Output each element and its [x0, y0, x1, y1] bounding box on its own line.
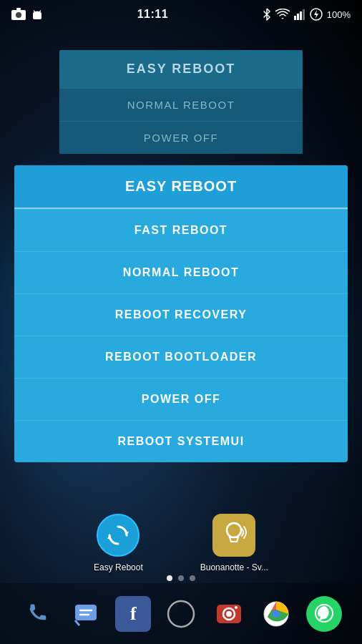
buonanotte-app[interactable]: Buonanotte - Sv... [200, 514, 268, 572]
fast-charge-icon [310, 8, 323, 21]
facebook-icon[interactable]: f [115, 596, 151, 632]
svg-point-25 [235, 606, 238, 609]
main-dialog: EASY REBOOT FAST REBOOT NORMAL REBOOT RE… [14, 165, 348, 462]
svg-line-18 [75, 620, 79, 625]
status-time: 11:11 [137, 8, 168, 21]
wifi-icon [275, 9, 290, 20]
chrome-icon[interactable] [258, 596, 294, 632]
whatsapp-icon[interactable] [306, 596, 342, 632]
dialog-item-reboot-recovery[interactable]: REBOOT RECOVERY [14, 293, 348, 336]
status-left-icons [11, 8, 43, 21]
page-dot-2[interactable] [178, 575, 184, 581]
page-dot-3[interactable] [190, 575, 195, 581]
dialog-item-fast-reboot[interactable]: FAST REBOOT [14, 209, 348, 251]
camera-icon[interactable] [211, 596, 247, 632]
svg-point-1 [16, 12, 21, 18]
home-area: Easy Reboot Buonanotte - Sv... [0, 514, 362, 572]
dialog-item-reboot-bootloader[interactable]: REBOOT BOOTLOADER [14, 336, 348, 378]
svg-point-28 [273, 610, 280, 618]
dialer-icon[interactable] [163, 596, 199, 632]
widget-items: NORMAL REBOOT POWER OFF [59, 88, 303, 154]
bluetooth-icon [263, 8, 271, 21]
svg-rect-14 [213, 514, 255, 556]
svg-rect-7 [294, 16, 296, 20]
dialog-item-reboot-systemui[interactable]: REBOOT SYSTEMUI [14, 420, 348, 462]
page-dots [0, 575, 362, 581]
android-icon [31, 8, 43, 21]
status-bar: 11:11 100% [0, 0, 362, 29]
status-right-icons: 100% [263, 8, 351, 21]
widget-header-label: EASY REBOOT [127, 62, 236, 76]
phone-icon[interactable] [20, 596, 56, 632]
easy-reboot-icon [97, 514, 140, 557]
widget-header[interactable]: EASY REBOOT [59, 50, 303, 88]
svg-marker-13 [107, 535, 112, 539]
dock: f [0, 583, 362, 644]
widget-item-power-off[interactable]: POWER OFF [59, 121, 303, 154]
svg-rect-2 [16, 8, 21, 10]
photo-icon [11, 8, 26, 21]
dialog-item-power-off[interactable]: POWER OFF [14, 378, 348, 420]
buonanotte-icon [212, 514, 255, 557]
battery-percentage: 100% [327, 9, 351, 20]
svg-point-24 [226, 611, 232, 617]
dropdown-widget: EASY REBOOT NORMAL REBOOT POWER OFF [59, 50, 303, 154]
widget-item-normal-reboot[interactable]: NORMAL REBOOT [59, 88, 303, 121]
easy-reboot-label: Easy Reboot [94, 562, 143, 572]
easy-reboot-app[interactable]: Easy Reboot [94, 514, 143, 572]
page-dot-1[interactable] [167, 575, 172, 581]
dialog-item-normal-reboot[interactable]: NORMAL REBOOT [14, 251, 348, 293]
svg-marker-12 [124, 532, 129, 535]
svg-rect-17 [75, 605, 97, 620]
signal-icon [294, 9, 305, 20]
messages-icon[interactable] [68, 596, 104, 632]
svg-rect-9 [300, 11, 302, 20]
svg-point-21 [168, 601, 194, 627]
svg-rect-10 [303, 9, 305, 20]
dialog-title: EASY REBOOT [14, 165, 348, 209]
svg-rect-8 [297, 14, 299, 20]
buonanotte-label: Buonanotte - Sv... [200, 562, 268, 572]
